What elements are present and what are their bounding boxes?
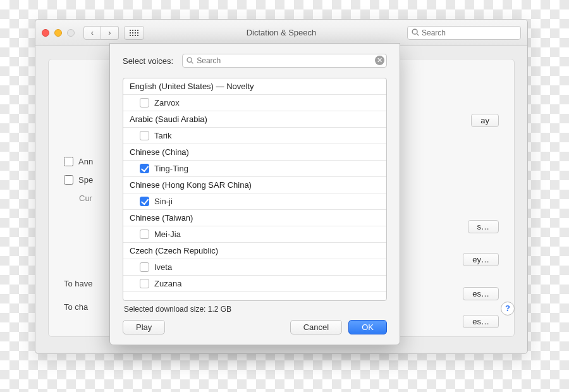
- voice-label: Mei-Jia: [154, 230, 181, 239]
- announce-label: Ann: [78, 157, 93, 166]
- svg-point-2: [187, 58, 192, 62]
- svg-point-0: [412, 29, 417, 34]
- close-window-button[interactable]: [42, 29, 49, 37]
- voice-checkbox[interactable]: [140, 131, 149, 140]
- bg-prefs-button-2[interactable]: es…: [463, 315, 499, 328]
- voice-list[interactable]: English (United States) — NoveltyZarvoxA…: [123, 78, 387, 301]
- bg-options-button-1[interactable]: s…: [468, 220, 499, 233]
- select-voices-sheet: Select voices: ✕ English (United States)…: [109, 43, 400, 345]
- voice-label: Zarvox: [154, 98, 180, 107]
- ok-button[interactable]: OK: [348, 320, 387, 334]
- bg-key-button[interactable]: ey…: [463, 253, 499, 266]
- voice-group-header: Chinese (Hong Kong SAR China): [123, 177, 386, 193]
- voice-row[interactable]: Mei-Jia: [123, 226, 386, 243]
- voice-row[interactable]: Zuzana: [123, 276, 386, 292]
- sheet-footer: Play Cancel OK: [110, 314, 400, 345]
- help-button[interactable]: ?: [501, 302, 515, 315]
- traffic-lights: [42, 29, 75, 37]
- voice-label: Ting-Ting: [154, 164, 188, 173]
- nav-buttons: ‹ ›: [83, 26, 119, 40]
- bg-play-button[interactable]: ay: [471, 114, 499, 127]
- voice-checkbox[interactable]: [140, 98, 149, 107]
- zoom-window-button: [67, 29, 75, 37]
- voice-checkbox[interactable]: [140, 230, 149, 239]
- voice-row[interactable]: Ting-Ting: [123, 161, 386, 177]
- back-button[interactable]: ‹: [83, 26, 101, 40]
- titlebar: ‹ › Dictation & Speech: [35, 20, 527, 46]
- voice-checkbox[interactable]: [140, 262, 149, 272]
- toolbar-search: [407, 26, 521, 40]
- voice-checkbox[interactable]: [140, 164, 149, 173]
- svg-line-3: [192, 62, 193, 63]
- show-all-button[interactable]: [124, 26, 144, 40]
- forward-button[interactable]: ›: [101, 26, 119, 40]
- voice-label: Tarik: [154, 131, 171, 140]
- voice-group-header: Chinese (Taiwan): [123, 210, 386, 226]
- toolbar-search-input[interactable]: [407, 26, 521, 40]
- search-icon: [186, 56, 194, 64]
- bg-prefs-button-1[interactable]: es…: [463, 287, 499, 300]
- voice-row[interactable]: Sin-ji: [123, 193, 386, 210]
- search-icon: [411, 28, 420, 37]
- voice-row[interactable]: Zarvox: [123, 95, 386, 111]
- voice-group-header: Czech (Czech Republic): [123, 243, 386, 259]
- download-size-label: Selected download size: 1.2 GB: [124, 305, 386, 314]
- sheet-header: Select voices: ✕: [110, 44, 400, 74]
- minimize-window-button[interactable]: [54, 29, 62, 37]
- clear-search-button[interactable]: ✕: [375, 56, 384, 65]
- voice-checkbox[interactable]: [140, 279, 149, 288]
- cancel-button[interactable]: Cancel: [290, 320, 342, 334]
- voice-checkbox[interactable]: [140, 197, 149, 206]
- sheet-search: ✕: [182, 54, 387, 68]
- sheet-search-input[interactable]: [182, 54, 387, 68]
- voice-group-header: English (United States) — Novelty: [123, 78, 386, 95]
- speak-label: Spe: [78, 175, 93, 185]
- voice-label: Sin-ji: [154, 197, 173, 206]
- play-button[interactable]: Play: [123, 320, 165, 334]
- voice-row[interactable]: Iveta: [123, 259, 386, 276]
- voice-label: Zuzana: [154, 279, 181, 288]
- voice-group-header: Arabic (Saudi Arabia): [123, 111, 386, 128]
- grid-icon: [130, 30, 138, 36]
- voice-group-header: Chinese (China): [123, 144, 386, 161]
- speak-checkbox[interactable]: [64, 175, 73, 185]
- voice-label: Iveta: [154, 262, 172, 272]
- announce-checkbox[interactable]: [64, 157, 73, 166]
- sheet-title: Select voices:: [123, 56, 173, 66]
- voice-row[interactable]: Tarik: [123, 128, 386, 144]
- svg-line-1: [417, 34, 419, 35]
